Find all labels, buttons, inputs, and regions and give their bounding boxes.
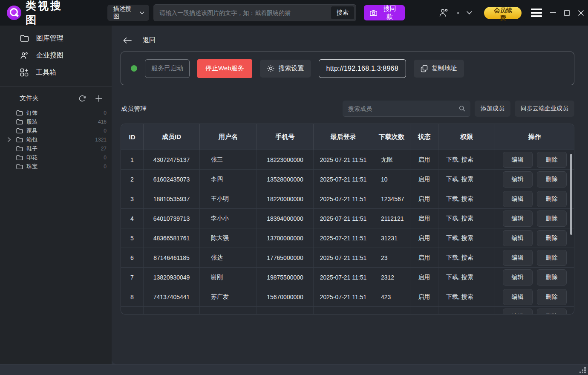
edit-button[interactable]: 编辑 xyxy=(503,171,533,188)
folder-count: 27 xyxy=(101,146,107,152)
copy-address-label: 复制地址 xyxy=(432,64,457,72)
delete-button[interactable]: 删除 xyxy=(537,211,567,227)
sidebar-item-toolbox[interactable]: 工具箱 xyxy=(0,64,112,81)
back-label[interactable]: 返回 xyxy=(143,36,156,44)
col-header-permissions: 权限 xyxy=(438,124,495,150)
delete-button[interactable]: 删除 xyxy=(537,230,567,246)
delete-button[interactable]: 删除 xyxy=(537,152,567,168)
delete-button[interactable]: 删除 xyxy=(537,191,567,207)
expand-chevron-icon[interactable] xyxy=(8,137,14,142)
sidebar-divider xyxy=(0,86,112,87)
cell-phone: 13700000000 xyxy=(257,228,313,248)
cell-downloads: 423 xyxy=(373,287,410,306)
folders-header-label: 文件夹 xyxy=(20,94,39,102)
table-header-row: ID 成员ID 用户名 手机号 最后登录 下载次数 状态 权限 操作 xyxy=(121,124,574,150)
search-mode-select[interactable]: 描述搜图 xyxy=(107,5,149,21)
edit-button[interactable]: 编辑 xyxy=(503,269,533,286)
cell-last-login: 2025-07-21 11:51 xyxy=(313,189,373,208)
table-row: 464010739713李小小183940000002025-07-21 11:… xyxy=(121,208,574,228)
search-icon[interactable] xyxy=(459,105,465,112)
cell-status: 启用 xyxy=(410,248,438,267)
edit-button[interactable]: 编辑 xyxy=(503,191,533,207)
folder-item-jewelry[interactable]: 珠宝 0 xyxy=(0,162,112,171)
edit-button[interactable]: 编辑 xyxy=(503,230,533,246)
sync-cloud-members-button[interactable]: 同步云端企业成员 xyxy=(515,101,574,117)
resize-grip[interactable] xyxy=(579,367,586,373)
add-member-button[interactable]: 添加成员 xyxy=(475,101,510,117)
delete-button[interactable]: 删除 xyxy=(537,309,567,315)
folder-icon xyxy=(16,110,23,116)
cell-permissions: 下载, 搜索 xyxy=(438,287,495,306)
delete-button[interactable]: 删除 xyxy=(537,269,567,286)
cell-permissions: 下载, 搜索 xyxy=(438,228,495,248)
edit-button[interactable]: 编辑 xyxy=(503,309,533,315)
add-folder-icon[interactable] xyxy=(95,95,102,102)
search-button[interactable]: 搜索 xyxy=(331,6,354,19)
folder-item-prints[interactable]: 印花 0 xyxy=(0,153,112,162)
cell-status: 启用 xyxy=(410,268,438,287)
delete-button[interactable]: 删除 xyxy=(537,250,567,266)
refresh-folders-icon[interactable] xyxy=(78,95,86,102)
stop-web-service-button[interactable]: 停止Web服务 xyxy=(197,59,252,78)
back-button[interactable] xyxy=(123,38,132,43)
cell-downloads: 23 xyxy=(373,248,410,267)
cell-downloads: 10 xyxy=(373,170,410,189)
cell-id: 2 xyxy=(121,170,143,189)
folder-item-clothing[interactable]: 服装 416 xyxy=(0,117,112,126)
sidebar-item-enterprise-search[interactable]: 企业搜图 xyxy=(0,47,112,64)
edit-button[interactable]: 编辑 xyxy=(503,250,533,266)
folder-item-lighting[interactable]: 灯饰 0 xyxy=(0,108,112,117)
col-header-username: 用户名 xyxy=(199,124,257,150)
description-search-input[interactable] xyxy=(159,9,331,16)
edit-button[interactable]: 编辑 xyxy=(503,289,533,305)
folder-name: 鞋子 xyxy=(26,145,101,153)
chevron-down-icon xyxy=(467,11,472,14)
minimize-button[interactable] xyxy=(546,6,560,20)
users-icon[interactable] xyxy=(439,8,449,17)
folder-icon xyxy=(16,164,23,170)
folder-item-furniture[interactable]: 家具 0 xyxy=(0,126,112,135)
edit-button[interactable]: 编辑 xyxy=(503,152,533,168)
cell-last-login: 2025-07-21 11:51 xyxy=(313,268,373,287)
membership-renew-button[interactable]: 会员续费 xyxy=(484,7,522,19)
cell-member-id: 43072475137 xyxy=(143,150,199,169)
folder-item-bags[interactable]: 箱包 1321 xyxy=(0,135,112,144)
cell-last-login: 2025-07-21 11:51 xyxy=(313,287,373,306)
cell-permissions: 下载, 搜索 xyxy=(438,170,495,189)
folder-icon xyxy=(16,146,23,152)
cell-id: 1 xyxy=(121,150,143,169)
main-content: 返回 服务已启动 停止Web服务 搜索设置 http://192.168.1.3… xyxy=(112,26,588,364)
cell-downloads: 无限 xyxy=(373,150,410,169)
cell-permissions: 下载, 搜索 xyxy=(438,189,495,208)
edit-button[interactable]: 编辑 xyxy=(503,211,533,227)
same-style-search-button[interactable]: 搜同款 xyxy=(364,5,405,20)
cell-last-login: 2025-07-21 11:51 xyxy=(313,150,373,169)
folder-icon xyxy=(16,155,23,161)
cell-member-id: 87146461185 xyxy=(143,248,199,267)
sidebar-item-gallery[interactable]: 图库管理 xyxy=(0,30,112,47)
cell-member-id: 64010739713 xyxy=(143,209,199,228)
table-row: 548366581761陈大强137000000002025-07-21 11:… xyxy=(121,228,574,248)
server-url-box[interactable]: http://192.168.1.3:8968 xyxy=(319,59,406,78)
copy-address-button[interactable]: 复制地址 xyxy=(414,60,464,78)
menu-button[interactable] xyxy=(531,9,542,17)
users-icon xyxy=(20,52,29,60)
delete-button[interactable]: 删除 xyxy=(537,171,567,188)
search-settings-button[interactable]: 搜索设置 xyxy=(260,60,311,78)
cell-username: 李小小 xyxy=(199,209,257,228)
cell-member-id: 74137405441 xyxy=(143,287,199,306)
cell-permissions: 下载, 搜索 xyxy=(438,268,495,287)
delete-button[interactable]: 删除 xyxy=(537,289,567,305)
service-status-box: 服务已启动 xyxy=(145,59,190,78)
cell-phone: 18223000000 xyxy=(257,150,313,169)
col-header-member-id: 成员ID xyxy=(143,124,199,150)
folder-item-shoes[interactable]: 鞋子 27 xyxy=(0,144,112,153)
account-chevron[interactable] xyxy=(467,11,472,14)
table-scrollbar[interactable] xyxy=(570,154,572,235)
cell-last-login: 2025-07-21 11:51 xyxy=(313,248,373,267)
maximize-button[interactable] xyxy=(560,6,574,20)
sidebar: 图库管理 企业搜图 工具箱 文件夹 xyxy=(0,26,112,364)
close-button[interactable] xyxy=(574,6,588,20)
member-search-input[interactable] xyxy=(348,105,459,112)
table-row: 143072475137张三182230000002025-07-21 11:5… xyxy=(121,150,574,169)
